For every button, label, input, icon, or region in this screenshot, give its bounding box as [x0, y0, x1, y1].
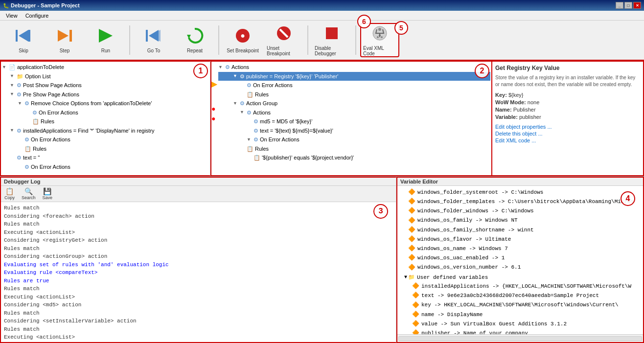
title-bar: 🐛 Debugger - Sample Project _ □ ✕ [0, 0, 644, 11]
expand-icon[interactable]: ▼ [10, 82, 17, 89]
var-text: windows_folder_templates -> C:\Users\bit… [417, 198, 634, 206]
save-button[interactable]: 💾 Save [41, 187, 54, 201]
tree-item[interactable]: ⚙ md5 = MD5 of '${key}' [218, 117, 490, 126]
edit-xml-link[interactable]: Edit XML code ... [495, 137, 640, 143]
info-value-name: Publisher [513, 107, 536, 113]
var-icon: 🔶 [408, 244, 415, 253]
tree-item[interactable]: ▼ ⚙ On Error Actions [218, 135, 490, 144]
tree-item[interactable]: ⚙ On Error Actions [2, 135, 209, 144]
menu-view[interactable]: View [2, 12, 22, 20]
tree-item[interactable]: ⚙ text = '${text} ${md5}=${value}' [218, 126, 490, 136]
expand-icon [247, 155, 253, 161]
edit-properties-link[interactable]: Edit object properties ... [495, 124, 640, 130]
expand-icon[interactable]: ▼ [10, 73, 17, 80]
goto-button[interactable]: Go To [134, 23, 173, 57]
repeat-icon [186, 27, 204, 47]
info-label-name: Name: [495, 107, 513, 113]
action-icon: ⚙ [32, 109, 37, 117]
disable-debugger-button[interactable]: Disable Debugger [312, 23, 351, 57]
breakpoint-indicator: ● [211, 114, 215, 122]
unset-breakpoint-button[interactable]: Unset Breakpoint [264, 23, 303, 57]
expand-icon [25, 118, 32, 125]
menu-bar: View Configure [0, 11, 644, 21]
expand-icon[interactable]: ▼ [233, 100, 240, 107]
tree-item[interactable]: 📋 Rules [2, 117, 209, 126]
rules-icon: 📋 [247, 91, 253, 99]
action-icon: ⚙ [24, 136, 29, 144]
log-line: Executing <actionList> [4, 333, 393, 342]
eval-xml-button[interactable]: Eval XML Code [360, 23, 399, 57]
menu-configure[interactable]: Configure [22, 12, 53, 20]
rules-icon: 📋 [24, 145, 31, 153]
var-group-header[interactable]: ▼ 📁 User defined variables [400, 274, 640, 282]
set-breakpoint-button[interactable]: ● Set Breakpoint [223, 23, 262, 57]
tree-label: Option List [25, 72, 51, 81]
tree-label: publisher = Registry '${key}' 'Publisher… [246, 72, 338, 81]
var-text: windows_os_uac_enabled -> 1 [417, 254, 505, 263]
tree-item[interactable]: 📋 Rules [218, 144, 490, 154]
tree-label: Rules [255, 145, 269, 153]
tree-label: Rules [33, 145, 46, 153]
tree-label: text = '${text} ${md5}=${value}' [260, 127, 333, 135]
expand-icon[interactable]: ▼ [10, 91, 17, 98]
expand-icon [18, 145, 24, 152]
tree-item[interactable]: 📋 Rules [2, 144, 209, 154]
expand-icon [18, 163, 24, 170]
expand-icon[interactable]: ▼ [10, 127, 17, 134]
tree-item[interactable]: ▼ ⚙ Action Group [218, 99, 490, 108]
repeat-label: Repeat [187, 48, 203, 53]
tree-item[interactable]: ▼ 📄 applicationToDelete [2, 63, 209, 72]
tree-item[interactable]: ▼ ⚙ Pre Show Page Actions [2, 90, 209, 99]
delete-object-link[interactable]: Delete this object ... [495, 131, 640, 137]
skip-button[interactable]: Skip [4, 23, 43, 57]
copy-button[interactable]: 📋 Copy [3, 187, 16, 201]
expand-icon[interactable]: ▼ [247, 137, 253, 143]
log-line: Evaluating set of rules with 'and' evalu… [4, 261, 393, 269]
info-field-wow: WoW Mode: none [495, 99, 640, 105]
tree-item[interactable]: ▼ ⚙ Actions [218, 108, 490, 117]
expand-icon[interactable]: ▼ [2, 64, 9, 71]
restore-button[interactable]: □ [624, 2, 632, 9]
svg-rect-2 [28, 30, 30, 42]
tree-item[interactable]: ▼ ⚙ installedApplications = Find '*' 'Di… [2, 126, 209, 136]
tree-item[interactable]: 📋 '${publisher}' equals '${project.vendo… [218, 153, 490, 162]
action-icon: ⚙ [247, 109, 252, 117]
minimize-button[interactable]: _ [616, 2, 623, 9]
tree-item[interactable]: ⚙ On Error Actions [218, 81, 490, 90]
tree-label: On Error Actions [253, 81, 293, 90]
tree-item[interactable]: ⚙ On Error Actions [2, 108, 209, 117]
tree-item[interactable]: ▼ ⚙ publisher = Registry '${key}' 'Publi… [218, 72, 490, 81]
var-icon: 🔶 [408, 226, 415, 235]
horizontal-scrollbar[interactable] [397, 334, 643, 342]
tree-item[interactable]: 📋 Rules [218, 90, 490, 99]
action-icon: ⚙ [253, 127, 258, 135]
repeat-button[interactable]: Repeat [175, 23, 214, 57]
panel-variable-editor: Variable Editor 4 🔶windows_folder_system… [396, 177, 644, 343]
run-button[interactable]: Run [86, 23, 125, 57]
info-value-key: ${key} [508, 92, 524, 98]
expand-icon[interactable]: ▼ [240, 109, 247, 116]
expand-icon[interactable]: ▼ [404, 274, 407, 281]
expand-icon[interactable]: ▼ [218, 64, 225, 71]
close-button[interactable]: ✕ [633, 2, 641, 9]
tree-item[interactable]: ⚙ On Error Actions [2, 162, 209, 172]
tree-label: Actions [253, 109, 271, 117]
step-button[interactable]: Step [45, 23, 84, 57]
tree-label: On Error Actions [31, 163, 70, 171]
tree-item[interactable]: ▼ ⚙ Actions [218, 63, 490, 72]
info-value-wow: none [528, 99, 539, 105]
tree-item[interactable]: ⚙ text = '' [2, 153, 209, 162]
log-line: Considering <md5> action [4, 301, 393, 309]
search-button[interactable]: 🔍 Search [20, 187, 37, 201]
expand-icon[interactable]: ▼ [233, 73, 240, 80]
var-text: windows_os_version_number -> 6.1 [417, 263, 521, 272]
tree-item[interactable]: ▼ ⚙ Remove Choice Options from 'applicat… [2, 99, 209, 108]
action-icon: ⚙ [17, 154, 22, 162]
tree-item[interactable]: ▼ 📁 Option List [2, 72, 209, 81]
expand-icon[interactable]: ▼ [18, 100, 24, 107]
var-item: 🔶windows_folder_templates -> C:\Users\bi… [400, 197, 640, 206]
expand-icon [25, 109, 32, 116]
tree-item[interactable]: ▼ ⚙ Post Show Page Actions [2, 81, 209, 90]
var-item: 🔶windows_folder_windows -> C:\Windows [400, 206, 640, 216]
save-label: Save [43, 195, 53, 200]
